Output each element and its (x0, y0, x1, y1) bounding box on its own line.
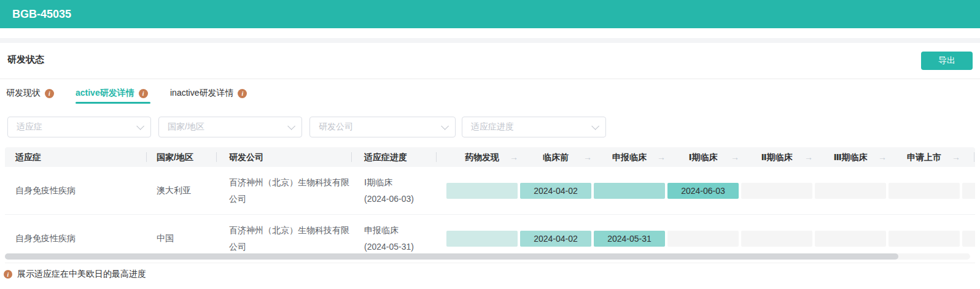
tab-label: inactive研发详情 (170, 88, 233, 99)
stage-cell-phase3 (815, 183, 886, 199)
tab-label: 研发现状 (6, 88, 41, 99)
chevron-down-icon (591, 122, 599, 130)
info-icon: i (4, 270, 12, 279)
cell-progress: 申报临床 (2024-05-31) (364, 215, 438, 253)
stage-cell-phase3 (815, 231, 886, 247)
tab-inactive-rd-detail[interactable]: inactive研发详情 i (170, 85, 247, 101)
cell-progress: Ⅰ期临床 (2024-06-03) (364, 167, 438, 214)
tab-active-rd-detail[interactable]: active研发详情 i (76, 85, 148, 101)
active-tab-underline (76, 102, 150, 104)
drug-title: BGB-45035 (12, 0, 71, 28)
table-header-row: 适应症 国家/地区 研发公司 适应症进度 药物发现→ 临床前→ 申报临床→ Ⅰ期… (5, 147, 975, 167)
arrow-right-icon: → (731, 147, 739, 167)
stage-cell-preclinical: 2024-04-02 (520, 231, 591, 247)
cell-indication: 自身免疫性疾病 (15, 215, 76, 253)
progress-stage: Ⅰ期临床 (364, 177, 392, 187)
filter-placeholder: 适应症进度 (471, 121, 514, 133)
stage-cell-ind (594, 183, 665, 199)
filter-indication[interactable]: 适应症 (7, 117, 151, 137)
pipeline-table: 适应症 国家/地区 研发公司 适应症进度 药物发现→ 临床前→ 申报临床→ Ⅰ期… (5, 147, 975, 253)
progress-date: (2024-06-03) (364, 194, 414, 204)
col-header-stage-ind: 申报临床→ (594, 147, 665, 167)
stage-cell-discovery (446, 183, 518, 199)
chevron-down-icon (441, 122, 449, 130)
stage-cell-ind: 2024-05-31 (594, 231, 665, 247)
arrow-right-icon: → (657, 147, 666, 167)
column-divider (216, 152, 217, 162)
col-header-stage-preclinical: 临床前→ (520, 147, 591, 167)
tab-label: active研发详情 (76, 88, 134, 99)
stage-cell-phase1 (667, 231, 739, 247)
col-header-company: 研发公司 (229, 147, 263, 167)
col-header-stage-phase1: Ⅰ期临床→ (667, 147, 739, 167)
filter-country[interactable]: 国家/地区 (158, 117, 302, 137)
col-header-indication: 适应症 (15, 147, 41, 167)
tab-rd-overview[interactable]: 研发现状 i (6, 85, 54, 101)
cell-company: 百济神州（北京）生物科技有限公司 (229, 167, 349, 214)
filter-placeholder: 适应症 (17, 121, 42, 133)
stage-cell-phase1: 2024-06-03 (667, 183, 739, 199)
stage-cell-discovery (446, 231, 518, 247)
filter-company[interactable]: 研发公司 (309, 117, 456, 137)
horizontal-divider (0, 79, 980, 79)
filter-placeholder: 研发公司 (319, 121, 353, 133)
arrow-right-icon: → (804, 147, 813, 167)
table-row: 自身免疫性疾病 澳大利亚 百济神州（北京）生物科技有限公司 Ⅰ期临床 (2024… (5, 167, 975, 215)
arrow-right-icon: → (952, 147, 960, 167)
horizontal-scrollbar-track[interactable] (5, 253, 970, 260)
stage-cell-next-partial (962, 183, 975, 199)
info-icon[interactable]: i (45, 89, 54, 98)
table-row: 自身免疫性疾病 中国 百济神州（北京）生物科技有限公司 申报临床 (2024-0… (5, 215, 975, 253)
stage-timeline: 2024-04-02 2024-06-03 (446, 183, 975, 199)
column-divider (436, 152, 437, 162)
footnote-text: 展示适应症在中美欧日的最高进度 (17, 269, 146, 280)
column-divider (351, 152, 352, 162)
col-header-stage-discovery: 药物发现→ (446, 147, 518, 167)
info-icon[interactable]: i (139, 89, 148, 98)
col-header-stage-phase3: Ⅲ期临床→ (815, 147, 886, 167)
chevron-down-icon (287, 122, 295, 130)
arrow-right-icon: → (583, 147, 592, 167)
col-header-country: 国家/地区 (157, 147, 193, 167)
stage-cell-preclinical: 2024-04-02 (520, 183, 591, 199)
cell-company: 百济神州（北京）生物科技有限公司 (229, 215, 349, 253)
page: BGB-45035 研发状态 导出 研发现状 i active研发详情 i in… (0, 0, 980, 289)
progress-date: (2024-05-31) (364, 242, 414, 252)
col-header-stage-phase2: Ⅱ期临床→ (741, 147, 812, 167)
export-button[interactable]: 导出 (921, 52, 973, 70)
table-bottom-border (5, 263, 975, 263)
cell-indication: 自身免疫性疾病 (15, 167, 76, 214)
stage-header-strip: 药物发现→ 临床前→ 申报临床→ Ⅰ期临床→ Ⅱ期临床→ Ⅲ期临床→ 申请上市→ (446, 147, 962, 167)
stage-timeline: 2024-04-02 2024-05-31 (446, 231, 975, 247)
info-icon[interactable]: i (238, 89, 247, 98)
chevron-down-icon (136, 122, 144, 130)
stage-cell-next-partial (962, 231, 975, 247)
stage-cell-phase2 (741, 183, 812, 199)
section-separator (0, 38, 980, 43)
stage-cell-nda (889, 231, 960, 247)
col-header-progress: 适应症进度 (364, 147, 407, 167)
arrow-right-icon: → (878, 147, 887, 167)
horizontal-scrollbar-thumb[interactable] (5, 253, 898, 260)
filter-progress[interactable]: 适应症进度 (462, 117, 606, 137)
stage-cell-phase2 (741, 231, 812, 247)
cell-country: 中国 (157, 215, 174, 253)
filter-placeholder: 国家/地区 (168, 121, 204, 133)
stage-cell-nda (889, 183, 960, 199)
arrow-right-icon: → (510, 147, 518, 167)
app-header: BGB-45035 (0, 0, 980, 28)
column-divider (974, 152, 974, 162)
footnote: i 展示适应症在中美欧日的最高进度 (4, 269, 146, 280)
col-header-stage-nda: 申请上市→ (889, 147, 960, 167)
cell-country: 澳大利亚 (157, 167, 191, 214)
column-divider (146, 152, 147, 162)
section-title: 研发状态 (7, 54, 44, 66)
progress-stage: 申报临床 (364, 225, 399, 235)
